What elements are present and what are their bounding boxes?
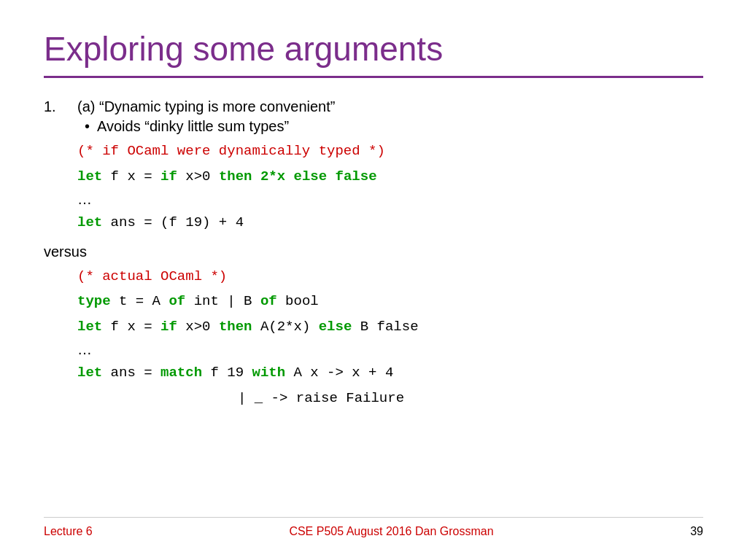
kw-if-2: if xyxy=(160,319,177,335)
kw-2x-1: 2*x xyxy=(260,168,285,184)
kw-let-3: let xyxy=(77,319,102,335)
versus-text: versus xyxy=(44,244,703,260)
code-comment-1: (* if OCaml were dynamically typed *) xyxy=(77,141,703,162)
code-comment-2: (* actual OCaml *) xyxy=(77,266,703,287)
kw-then-1: then xyxy=(219,168,252,184)
footer-lecture: Lecture 6 xyxy=(44,525,93,538)
bullet-text: Avoids “dinky little sum types” xyxy=(97,118,289,135)
kw-let-1: let xyxy=(77,168,102,184)
kw-let-2: let xyxy=(77,214,102,230)
kw-with: with xyxy=(252,365,285,381)
item-title: (a) “Dynamic typing is more convenient” xyxy=(77,98,703,115)
kw-then-2: then xyxy=(219,319,252,335)
ellipsis-1: … xyxy=(77,191,703,208)
title-underline xyxy=(44,76,703,78)
code-line-3: type t = A of int | B of bool xyxy=(77,291,703,312)
item-number: 1. xyxy=(44,98,66,238)
code-line-5: let ans = match f 19 with A x -> x + 4 xyxy=(77,362,703,384)
kw-of-1: of xyxy=(169,293,185,309)
slide-content: 1. (a) “Dynamic typing is more convenien… xyxy=(44,98,703,517)
kw-let-4: let xyxy=(77,365,102,381)
slide-footer: Lecture 6 CSE P505 August 2016 Dan Gross… xyxy=(44,517,703,538)
kw-of-2: of xyxy=(260,293,277,309)
code-line-2: let ans = (f 19) + 4 xyxy=(77,212,703,233)
bullet-item: • Avoids “dinky little sum types” xyxy=(85,118,703,135)
footer-center: CSE P505 August 2016 Dan Grossman xyxy=(289,525,493,538)
footer-page: 39 xyxy=(690,525,703,538)
slide-title: Exploring some arguments xyxy=(44,29,703,69)
kw-else-2: else xyxy=(319,319,352,335)
kw-if-1: if xyxy=(160,168,177,184)
code-line-1: let f x = if x>0 then 2*x else false xyxy=(77,166,703,187)
kw-else-1: else xyxy=(294,168,328,184)
slide: Exploring some arguments 1. (a) “Dynamic… xyxy=(0,0,747,560)
versus-block: (* actual OCaml *) type t = A of int | B… xyxy=(77,266,703,409)
kw-false-1: false xyxy=(336,168,377,184)
numbered-item-1: 1. (a) “Dynamic typing is more convenien… xyxy=(44,98,703,238)
ellipsis-2: … xyxy=(77,341,703,358)
code-line-6: | _ -> raise Failure xyxy=(77,388,703,409)
kw-type: type xyxy=(77,293,111,309)
item-body: (a) “Dynamic typing is more convenient” … xyxy=(77,98,703,238)
kw-match: match xyxy=(160,365,202,381)
code-line-4: let f x = if x>0 then A(2*x) else B fals… xyxy=(77,316,703,338)
bullet-dot: • xyxy=(85,118,90,135)
